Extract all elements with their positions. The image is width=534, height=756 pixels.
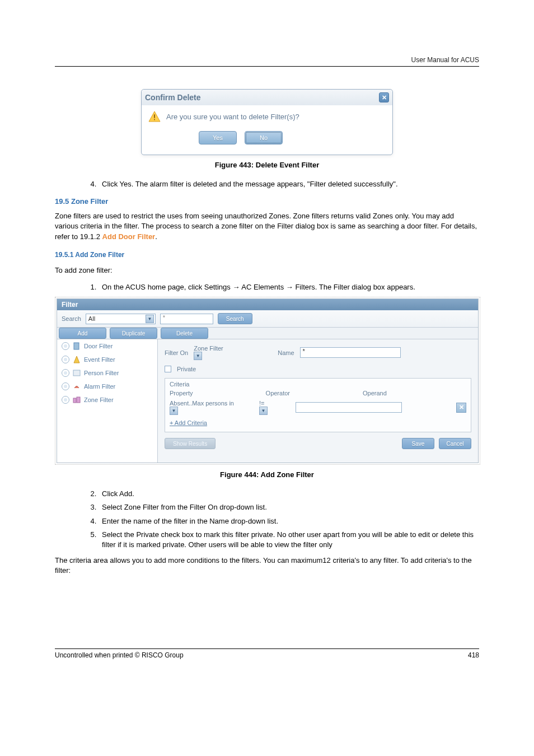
private-label: Private	[177, 366, 196, 372]
step-4: Enter the name of the filter in the Name…	[99, 516, 479, 526]
chevron-down-icon: ▼	[170, 407, 178, 415]
cancel-button[interactable]: Cancel	[439, 438, 471, 449]
chevron-down-icon: ▼	[146, 315, 154, 323]
page-number: 418	[468, 651, 479, 659]
radio-icon	[62, 342, 69, 350]
chevron-down-icon: ▼	[194, 352, 202, 360]
search-button[interactable]: Search	[218, 313, 252, 324]
private-checkbox[interactable]	[165, 366, 171, 372]
confirm-message-row: Are you sure you want to delete Filter(s…	[148, 111, 386, 122]
person-icon	[73, 369, 81, 377]
filter-item-alarm[interactable]: Alarm Filter	[57, 380, 157, 393]
warning-icon	[148, 111, 161, 122]
name-input[interactable]: *	[300, 347, 401, 358]
filter-on-dropdown[interactable]: Zone Filter ▼	[194, 345, 266, 360]
operand-input[interactable]	[296, 402, 402, 413]
section-19-5-para: Zone filters are used to restrict the us…	[55, 211, 479, 242]
filter-window-title: Filter	[57, 299, 478, 310]
radio-icon	[62, 382, 69, 390]
confirm-message: Are you sure you want to delete Filter(s…	[166, 113, 299, 121]
col-operator: Operator	[266, 390, 290, 396]
filter-search-row: Search All ▼ * Search	[57, 310, 478, 328]
yes-button[interactable]: Yes	[199, 131, 237, 144]
radio-icon	[62, 356, 69, 363]
close-icon[interactable]: ✕	[379, 92, 389, 102]
event-icon	[73, 356, 81, 363]
svg-marker-4	[74, 356, 79, 363]
operator-dropdown[interactable]: != ▼	[259, 400, 290, 415]
svg-rect-1	[154, 114, 155, 118]
figure-caption-444: Figure 444: Add Zone Filter	[55, 470, 479, 479]
link-add-door-filter[interactable]: Add Door Filter	[102, 232, 156, 241]
delete-tab-button[interactable]: Delete	[161, 328, 208, 339]
name-label: Name	[278, 349, 294, 356]
search-input[interactable]: *	[160, 314, 213, 324]
chevron-down-icon: ▼	[259, 407, 268, 415]
confirm-delete-title: Confirm Delete	[145, 93, 201, 102]
save-button[interactable]: Save	[402, 438, 434, 449]
search-dropdown[interactable]: All ▼	[86, 314, 156, 324]
add-tab-button[interactable]: Add	[59, 328, 106, 339]
filter-item-zone[interactable]: Zone Filter	[57, 393, 157, 407]
no-button[interactable]: No	[245, 131, 283, 144]
figure-caption-443: Figure 443: Delete Event Filter	[55, 161, 479, 169]
col-operand: Operand	[363, 390, 387, 396]
filter-on-label: Filter On	[165, 349, 188, 356]
section-19-5-1-heading: 19.5.1 Add Zone Filter	[55, 251, 479, 259]
step-1-open-filter: On the ACUS home page, click Settings → …	[99, 282, 479, 292]
svg-rect-2	[154, 119, 155, 120]
add-zone-intro: To add zone filter:	[55, 265, 479, 276]
step-2: Click Add.	[99, 489, 479, 499]
filter-type-list: Door Filter Event Filter Person Filter	[57, 339, 158, 463]
show-results-button[interactable]: Show Results	[165, 438, 216, 449]
remove-criteria-button[interactable]: ✕	[456, 403, 466, 413]
criteria-legend: Criteria	[170, 381, 466, 388]
filter-item-event[interactable]: Event Filter	[57, 353, 157, 366]
filter-item-person[interactable]: Person Filter	[57, 366, 157, 380]
property-dropdown[interactable]: Absent..Max persons in ▼	[170, 400, 254, 415]
filter-dialog-screenshot: Filter Search All ▼ * Search Add Duplica…	[55, 297, 480, 465]
svg-rect-5	[73, 370, 80, 376]
confirm-delete-titlebar: Confirm Delete ✕	[142, 90, 392, 105]
step-4-delete: Click Yes. The alarm filter is deleted a…	[99, 179, 479, 189]
confirm-delete-dialog: Confirm Delete ✕ Are you sure you want t…	[141, 89, 393, 155]
alarm-icon	[73, 382, 81, 390]
svg-rect-3	[74, 343, 79, 349]
svg-rect-7	[77, 397, 80, 403]
svg-rect-6	[73, 398, 76, 403]
col-property: Property	[170, 390, 193, 396]
step-5: Select the Private check box to mark thi…	[99, 530, 479, 550]
radio-icon	[62, 396, 69, 404]
add-criteria-link[interactable]: + Add Criteria	[170, 419, 207, 426]
step-3: Select Zone Filter from the Filter On dr…	[99, 502, 479, 512]
radio-icon	[62, 369, 69, 377]
criteria-group: Criteria Property Operator Operand Absen…	[165, 378, 471, 432]
zone-icon	[73, 396, 81, 404]
duplicate-tab-button[interactable]: Duplicate	[110, 328, 157, 339]
footer-left: Uncontrolled when printed © RISCO Group	[55, 651, 184, 659]
filter-item-door[interactable]: Door Filter	[57, 339, 157, 353]
search-label: Search	[62, 315, 81, 322]
page-footer: Uncontrolled when printed © RISCO Group …	[55, 648, 479, 659]
tail-paragraph: The criteria area allows you to add more…	[55, 556, 479, 576]
door-icon	[73, 342, 81, 350]
section-19-5-heading: 19.5 Zone Filter	[55, 197, 479, 206]
page-header: User Manual for ACUS	[55, 56, 479, 67]
